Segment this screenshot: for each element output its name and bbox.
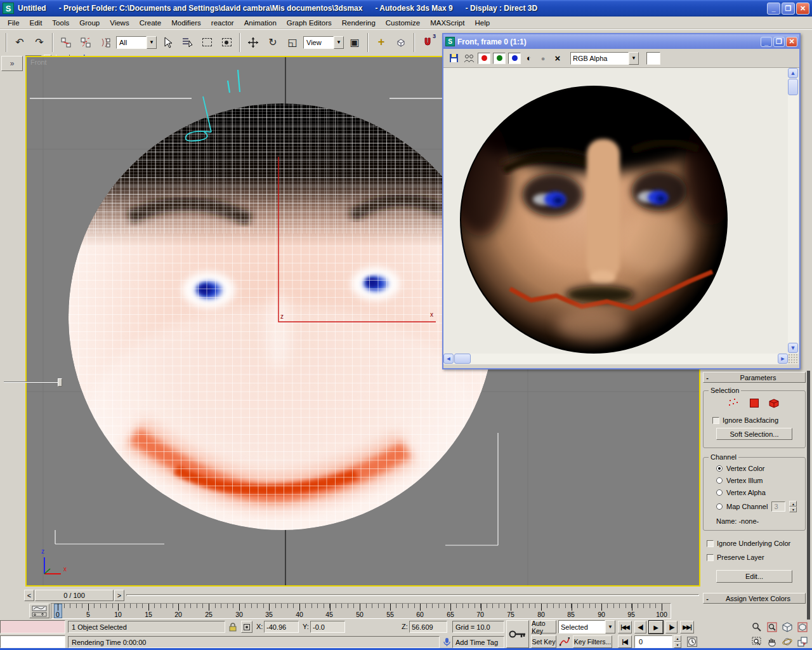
menu-customize[interactable]: Customize	[381, 18, 425, 28]
map-channel-radio[interactable]	[716, 503, 723, 510]
channel-display-dropdown[interactable]: RGB Alpha ▼	[570, 52, 639, 65]
bind-to-space-warp-button[interactable]	[96, 33, 114, 52]
vertical-scroll-thumb[interactable]	[788, 79, 798, 95]
panel-scrollbar[interactable]	[807, 371, 810, 620]
time-slider-handle[interactable]: 0 / 100	[35, 590, 114, 601]
select-and-scale-button[interactable]: ◱	[284, 33, 301, 52]
scroll-left-arrow[interactable]: ◄	[443, 354, 454, 364]
horizontal-scroll-thumb[interactable]	[454, 354, 471, 364]
track-bar-ruler[interactable]: 0 5 10 15 20 25 30 35 40 45 50 55 60 65 …	[51, 603, 671, 619]
go-to-start-button[interactable]: |◀◀	[618, 621, 632, 633]
alpha-channel-button[interactable]: ●	[537, 53, 549, 64]
selection-filter-dropdown[interactable]: All ▼	[116, 36, 157, 49]
unlink-selection-button[interactable]	[77, 33, 95, 52]
maximize-button[interactable]: ❐	[782, 3, 795, 15]
chevron-down-icon[interactable]: ▼	[147, 36, 157, 49]
play-button[interactable]: ▶	[649, 621, 663, 633]
close-button[interactable]: ✕	[796, 3, 809, 15]
green-channel-button[interactable]	[493, 53, 506, 64]
absolute-offset-toggle[interactable]	[241, 621, 252, 633]
time-configuration-button[interactable]	[685, 635, 699, 648]
zoom-extents-all-button[interactable]	[796, 621, 809, 633]
zoom-button[interactable]	[750, 621, 764, 633]
background-color-swatch[interactable]	[646, 52, 660, 65]
set-keys-button[interactable]	[506, 620, 529, 648]
scroll-up-arrow[interactable]: ▲	[788, 68, 798, 78]
soft-selection-button[interactable]: Soft Selection...	[716, 428, 792, 440]
select-and-move-button[interactable]	[244, 33, 262, 52]
chevron-down-icon[interactable]: ▼	[334, 36, 344, 49]
select-and-rotate-button[interactable]: ↻	[264, 33, 282, 52]
vertex-illum-radio[interactable]	[716, 477, 723, 484]
chevron-down-icon[interactable]: ▼	[605, 620, 615, 633]
snaps-toggle-button[interactable]: 3	[419, 33, 436, 52]
maxscript-mini-listener[interactable]	[0, 635, 65, 648]
key-mode-toggle[interactable]: |◀|	[618, 635, 632, 648]
menu-reactor[interactable]: reactor	[206, 18, 239, 28]
y-coord-field[interactable]: -0.0	[310, 621, 345, 633]
monochrome-channel-button[interactable]: ◐	[523, 53, 535, 64]
resize-grip[interactable]	[788, 354, 799, 364]
menu-create[interactable]: Create	[134, 18, 167, 28]
render-maximize-button[interactable]: ❐	[773, 37, 785, 47]
preserve-layer-checkbox[interactable]	[707, 554, 714, 561]
frame-spinner[interactable]: ▲▼	[674, 635, 681, 648]
vertex-color-radio[interactable]	[716, 465, 723, 472]
mic-listener-icon[interactable]	[442, 636, 452, 648]
red-channel-button[interactable]	[478, 53, 490, 64]
zoom-all-button[interactable]	[765, 621, 779, 633]
key-filters-button[interactable]: Key Filters...	[573, 635, 612, 648]
render-window-title-bar[interactable]: S Front, frame 0 (1:1) _ ❐ ✕	[443, 34, 799, 49]
macro-recorder-pane[interactable]	[0, 620, 65, 633]
map-channel-spinner[interactable]: ▲▼	[789, 501, 797, 512]
rollout-parameters[interactable]: - Parameters	[703, 372, 806, 383]
go-to-end-button[interactable]: ▶▶|	[680, 621, 694, 633]
menu-rendering[interactable]: Rendering	[337, 18, 381, 28]
render-horizontal-scrollbar[interactable]: ◄ ►	[443, 354, 788, 364]
z-coord-field[interactable]: 56.609	[409, 621, 447, 633]
zoom-extents-button[interactable]	[780, 621, 794, 633]
vertex-select-icon[interactable]	[728, 398, 741, 408]
menu-animation[interactable]: Animation	[239, 18, 282, 28]
ignore-backfacing-checkbox[interactable]	[712, 417, 719, 424]
scroll-down-arrow[interactable]: ▼	[788, 343, 798, 353]
render-vertical-scrollbar[interactable]: ▲ ▼	[788, 68, 799, 354]
menu-maxscript[interactable]: MAXScript	[425, 18, 469, 28]
open-mini-curve-editor-button[interactable]	[29, 604, 49, 618]
map-channel-field[interactable]: 3	[771, 501, 785, 512]
render-minimize-button[interactable]: _	[761, 37, 772, 47]
layer-opacity-slider[interactable]	[4, 381, 62, 383]
select-by-name-button[interactable]	[178, 33, 196, 52]
menu-modifiers[interactable]: Modifiers	[166, 18, 206, 28]
new-key-default-in-out-tangents[interactable]	[558, 635, 571, 648]
time-slider-right-arrow[interactable]: >	[114, 590, 124, 601]
window-crossing-toggle[interactable]	[218, 33, 235, 52]
time-slider-track[interactable]	[126, 594, 699, 596]
set-key-button[interactable]: Set Key	[531, 635, 556, 648]
reference-coordinate-system-dropdown[interactable]: View ▼	[303, 36, 344, 49]
menu-group[interactable]: Group	[74, 18, 105, 28]
render-close-button[interactable]: ✕	[786, 37, 797, 47]
current-frame-field[interactable]: 0	[634, 635, 672, 648]
select-and-manipulate-button[interactable]: +	[372, 33, 390, 52]
select-and-link-button[interactable]	[57, 33, 75, 52]
clear-button[interactable]: ×	[551, 53, 564, 64]
auto-key-button[interactable]: Auto Key	[531, 620, 556, 633]
arc-rotate-button[interactable]	[780, 635, 794, 648]
time-slider-left-arrow[interactable]: <	[24, 590, 34, 601]
rollout-assign-vertex-colors[interactable]: - Assign Vertex Colors	[703, 593, 806, 604]
rendered-frame-window[interactable]: S Front, frame 0 (1:1) _ ❐ ✕ ◐ ● × RGB A…	[442, 33, 801, 369]
face-select-icon[interactable]	[750, 399, 759, 408]
add-time-tag-field[interactable]: Add Time Tag	[452, 636, 504, 648]
use-pivot-point-center-button[interactable]: ▣	[346, 33, 363, 52]
element-select-icon[interactable]	[768, 397, 780, 409]
key-selection-dropdown[interactable]: Selected ▼	[558, 620, 615, 633]
edit-button[interactable]: Edit...	[716, 570, 792, 583]
save-image-button[interactable]	[447, 52, 460, 65]
next-frame-button[interactable]: |▶	[665, 621, 678, 633]
menu-graph-editors[interactable]: Graph Editors	[282, 18, 337, 28]
menu-tools[interactable]: Tools	[47, 18, 74, 28]
toolbar-grip-handle[interactable]: »	[1, 56, 23, 71]
keyboard-shortcut-override-toggle[interactable]	[392, 33, 410, 52]
viewport-label[interactable]: Front	[30, 58, 47, 66]
